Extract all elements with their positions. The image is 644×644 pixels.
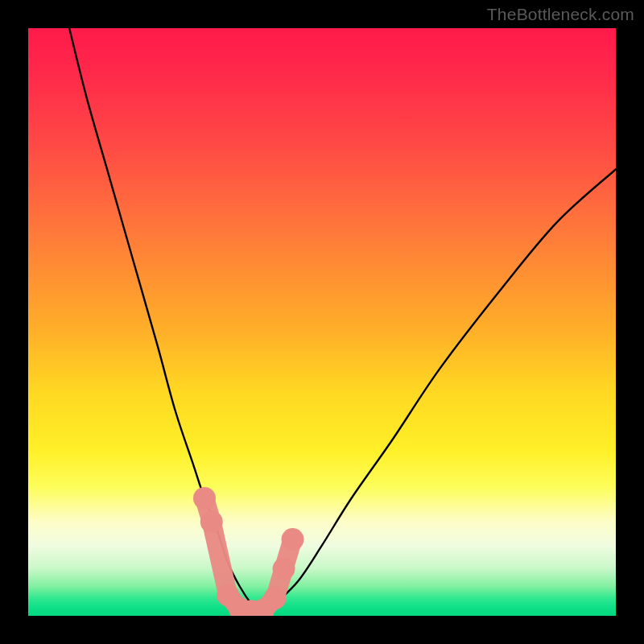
curve-svg bbox=[28, 28, 616, 616]
bottleneck-curve bbox=[69, 28, 616, 616]
watermark-text: TheBottleneck.com bbox=[487, 5, 634, 24]
highlight-markers bbox=[193, 487, 304, 616]
marker-point bbox=[282, 528, 304, 551]
chart-container: TheBottleneck.com bbox=[0, 0, 644, 644]
marker-point bbox=[200, 510, 223, 533]
plot-area bbox=[28, 28, 616, 616]
marker-point bbox=[273, 558, 295, 580]
marker-point bbox=[264, 587, 287, 609]
marker-point bbox=[193, 487, 216, 510]
